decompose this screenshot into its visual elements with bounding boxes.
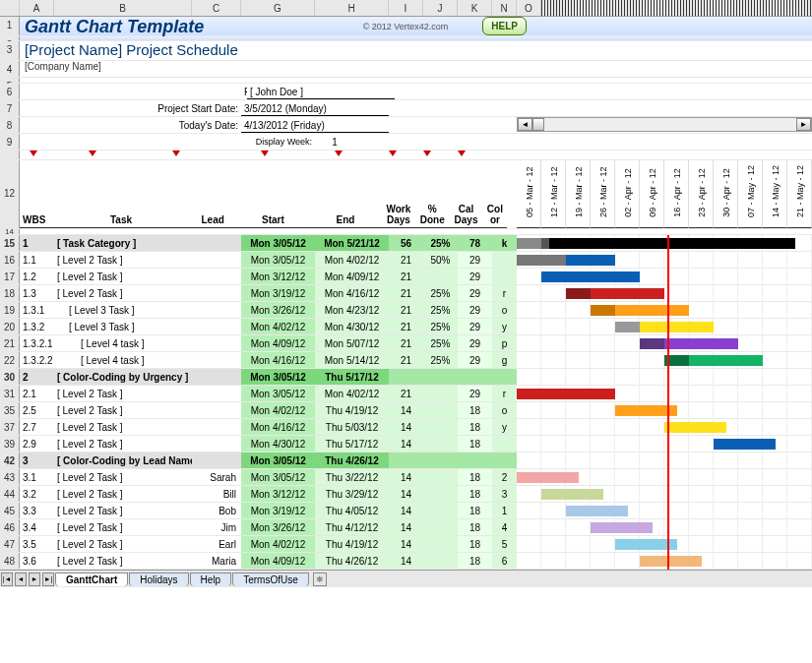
lead-cell[interactable]: Earl [192, 536, 241, 552]
row-number[interactable]: 35 [0, 402, 20, 418]
workdays-cell[interactable]: 14 [389, 469, 423, 485]
color-cell[interactable]: k [492, 235, 517, 251]
color-cell[interactable] [492, 252, 517, 268]
col-letter[interactable]: I [389, 0, 423, 16]
row-number[interactable]: 18 [0, 285, 20, 301]
start-cell[interactable]: Mon 3/26/12 [241, 519, 315, 535]
caldays-cell[interactable]: 29 [458, 319, 492, 334]
lead-cell[interactable] [192, 386, 241, 401]
task-cell[interactable]: [ Level 3 Task ] [54, 319, 192, 334]
task-cell[interactable]: [ Color-Coding by Urgency ] [54, 369, 192, 385]
wbs-cell[interactable]: 3 [20, 452, 54, 468]
tab-nav-prev[interactable]: ◄ [15, 573, 27, 586]
start-cell[interactable]: Mon 3/19/12 [241, 285, 315, 301]
wbs-cell[interactable]: 1.3.1 [20, 302, 54, 318]
wbs-cell[interactable]: 1 [20, 235, 54, 251]
start-cell[interactable]: Mon 3/26/12 [241, 302, 315, 318]
wbs-cell[interactable]: 1.3.2.1 [20, 335, 54, 351]
lead-cell[interactable]: Jim [192, 519, 241, 535]
wbs-cell[interactable]: 1.3.2 [20, 319, 54, 334]
wbs-cell[interactable]: 2.7 [20, 419, 54, 435]
end-cell[interactable]: Thu 3/29/12 [315, 486, 389, 502]
color-cell[interactable]: y [492, 419, 517, 435]
workdays-cell[interactable] [389, 369, 423, 385]
pctdone-cell[interactable] [423, 419, 458, 435]
end-cell[interactable]: Mon 4/23/12 [315, 302, 389, 318]
gantt-bar[interactable] [541, 238, 549, 249]
color-cell[interactable]: o [492, 402, 517, 418]
pctdone-cell[interactable] [423, 553, 458, 569]
wbs-cell[interactable]: 2 [20, 369, 54, 385]
wbs-cell[interactable]: 3.6 [20, 553, 54, 569]
task-cell[interactable]: [ Level 2 Task ] [54, 269, 192, 284]
start-cell[interactable]: Mon 4/09/12 [241, 335, 315, 351]
color-cell[interactable] [492, 436, 517, 452]
wbs-cell[interactable]: 2.5 [20, 402, 54, 418]
row-number[interactable]: 37 [0, 419, 20, 435]
task-cell[interactable]: [ Level 4 task ] [54, 335, 192, 351]
gantt-bar[interactable] [549, 238, 795, 249]
table-row[interactable]: 392.9[ Level 2 Task ]Mon 4/30/12Thu 5/17… [0, 436, 812, 452]
color-cell[interactable]: g [492, 352, 517, 368]
task-cell[interactable]: [ Level 2 Task ] [54, 469, 192, 485]
row-number[interactable]: 15 [0, 235, 20, 251]
caldays-cell[interactable]: 29 [458, 335, 492, 351]
workdays-cell[interactable]: 21 [389, 269, 423, 284]
lead-cell[interactable] [192, 419, 241, 435]
today-value[interactable]: 4/13/2012 (Friday) [241, 117, 389, 133]
new-sheet-icon[interactable]: ✱ [313, 573, 327, 586]
end-cell[interactable]: Mon 4/30/12 [315, 319, 389, 334]
start-cell[interactable]: Mon 4/16/12 [241, 419, 315, 435]
task-cell[interactable]: [ Level 2 Task ] [54, 386, 192, 401]
caldays-cell[interactable] [458, 452, 492, 468]
start-cell[interactable]: Mon 3/12/12 [241, 269, 315, 284]
pctdone-cell[interactable] [423, 369, 458, 385]
col-header-lead[interactable]: Lead [189, 214, 237, 228]
gantt-bar[interactable] [517, 238, 541, 249]
lead-cell[interactable]: Bob [192, 503, 241, 518]
pctdone-cell[interactable]: 25% [423, 352, 458, 368]
wbs-cell[interactable]: 3.1 [20, 469, 54, 485]
workdays-cell[interactable]: 21 [389, 319, 423, 334]
workdays-cell[interactable]: 14 [389, 536, 423, 552]
wbs-cell[interactable]: 1.3 [20, 285, 54, 301]
lead-cell[interactable] [192, 269, 241, 284]
end-cell[interactable]: Thu 3/22/12 [315, 469, 389, 485]
lead-cell[interactable] [192, 402, 241, 418]
table-row[interactable]: 453.3[ Level 2 Task ]BobMon 3/19/12Thu 4… [0, 503, 812, 519]
project-start-value[interactable]: 3/5/2012 (Monday) [241, 100, 389, 116]
row-number[interactable]: 20 [0, 319, 20, 334]
tab-nav-first[interactable]: |◄ [1, 573, 13, 586]
row-number[interactable]: 42 [0, 452, 20, 468]
table-row[interactable]: 171.2[ Level 2 Task ]Mon 3/12/12Mon 4/09… [0, 269, 812, 285]
row-number[interactable]: 21 [0, 335, 20, 351]
gantt-bar[interactable] [615, 305, 689, 316]
row-number[interactable]: 39 [0, 436, 20, 452]
sheet-tab-help[interactable]: Help [190, 573, 232, 586]
gantt-scrollbar[interactable]: ◄ ► [517, 117, 812, 132]
table-row[interactable]: 221.3.2.2[ Level 4 task ]Mon 4/16/12Mon … [0, 352, 812, 369]
start-cell[interactable]: Mon 4/02/12 [241, 402, 315, 418]
pctdone-cell[interactable] [423, 469, 458, 485]
end-cell[interactable]: Thu 5/17/12 [315, 436, 389, 452]
end-cell[interactable]: Mon 5/07/12 [315, 335, 389, 351]
pctdone-cell[interactable] [423, 386, 458, 401]
col-letter[interactable]: A [20, 0, 54, 16]
start-cell[interactable]: Mon 3/05/12 [241, 386, 315, 401]
col-letter[interactable]: J [423, 0, 458, 16]
pctdone-cell[interactable] [423, 536, 458, 552]
pctdone-cell[interactable]: 25% [423, 335, 458, 351]
lead-cell[interactable]: Bill [192, 486, 241, 502]
end-cell[interactable]: Mon 5/21/12 [315, 235, 389, 251]
caldays-cell[interactable]: 18 [458, 519, 492, 535]
task-cell[interactable]: [ Level 2 Task ] [54, 519, 192, 535]
start-cell[interactable]: Mon 4/30/12 [241, 436, 315, 452]
col-letter[interactable]: N [492, 0, 517, 16]
col-letter[interactable]: G [241, 0, 315, 16]
lead-cell[interactable] [192, 285, 241, 301]
end-cell[interactable]: Thu 4/12/12 [315, 519, 389, 535]
end-cell[interactable]: Mon 5/14/12 [315, 352, 389, 368]
row-number[interactable]: 46 [0, 519, 20, 535]
pctdone-cell[interactable] [423, 436, 458, 452]
gantt-bar[interactable] [640, 556, 702, 567]
